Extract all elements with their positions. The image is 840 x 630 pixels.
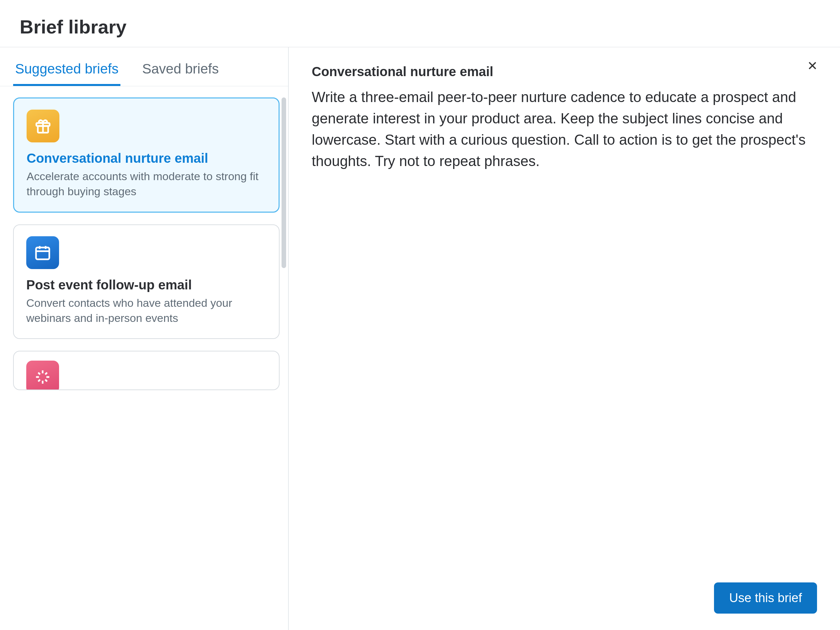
- brief-library-app: Brief library Suggested briefs Saved bri…: [0, 0, 840, 630]
- brief-card-conversational-nurture[interactable]: Conversational nurture email Accelerate …: [13, 98, 279, 213]
- brief-list: Conversational nurture email Accelerate …: [0, 86, 288, 630]
- use-this-brief-button[interactable]: Use this brief: [714, 583, 817, 614]
- left-panel: Suggested briefs Saved briefs Conversati…: [0, 47, 289, 630]
- brief-card-peek[interactable]: [13, 351, 279, 390]
- detail-panel: Conversational nurture email Write a thr…: [289, 47, 840, 630]
- detail-body: Write a three-email peer-to-peer nurture…: [312, 86, 810, 172]
- brief-card-title: Conversational nurture email: [27, 151, 266, 166]
- brief-card-desc: Convert contacts who have attended your …: [26, 296, 267, 326]
- close-button[interactable]: [805, 58, 820, 74]
- svg-rect-3: [36, 248, 49, 259]
- sparkle-icon: [26, 361, 59, 390]
- gift-icon: [27, 110, 59, 142]
- tab-suggested-briefs[interactable]: Suggested briefs: [13, 57, 120, 86]
- tab-saved-briefs[interactable]: Saved briefs: [140, 57, 221, 86]
- close-icon: [807, 60, 818, 73]
- tabs: Suggested briefs Saved briefs: [0, 47, 288, 86]
- brief-card-title: Post event follow-up email: [26, 278, 267, 292]
- content-body: Suggested briefs Saved briefs Conversati…: [0, 47, 840, 630]
- detail-title: Conversational nurture email: [312, 64, 817, 79]
- scrollbar[interactable]: [281, 98, 286, 268]
- page-title: Brief library: [0, 0, 840, 47]
- calendar-icon: [26, 236, 59, 269]
- detail-footer: Use this brief: [312, 583, 817, 614]
- brief-card-post-event-followup[interactable]: Post event follow-up email Convert conta…: [13, 224, 279, 339]
- brief-card-desc: Accelerate accounts with moderate to str…: [27, 169, 266, 199]
